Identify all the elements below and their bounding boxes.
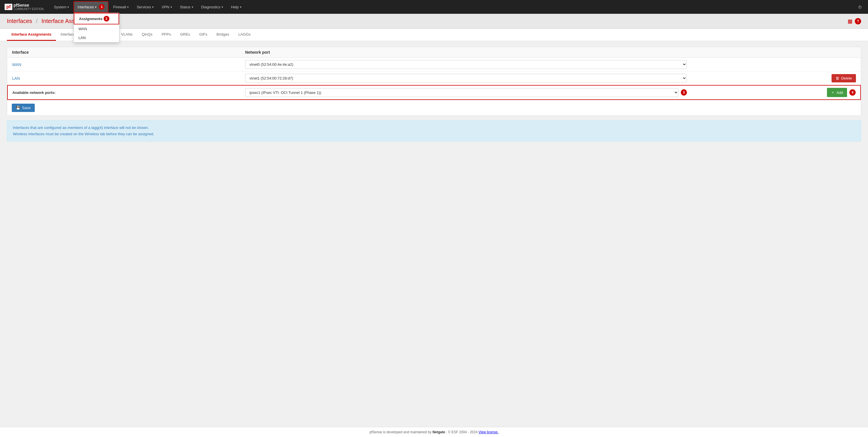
step-4-badge: 4 <box>849 89 856 96</box>
nav-item-status[interactable]: Status ▾ <box>177 3 197 11</box>
assignments-badge: 2 <box>104 16 110 22</box>
chevron-down-icon: ▾ <box>152 5 154 9</box>
available-label-cell: Available network ports: <box>7 85 241 100</box>
chart-icon[interactable]: ▩ <box>848 18 852 24</box>
tabs-container: Interface Assignments Interface Groups W… <box>0 29 868 41</box>
chevron-down-icon: ▾ <box>222 5 223 9</box>
nav-items: System ▾ Interfaces ▾ 1 Assignments 2 WA… <box>51 1 857 12</box>
dropdown-item-lan[interactable]: LAN <box>74 33 119 42</box>
dropdown-item-wan[interactable]: WAN <box>74 24 119 33</box>
nav-item-interfaces-container: Interfaces ▾ 1 Assignments 2 WAN LAN <box>73 1 108 12</box>
table-row: LAN vtnet0 (52:54:00:4e:4e:a2) vtnet1 (5… <box>7 71 861 86</box>
save-icon: 💾 <box>16 106 20 110</box>
chevron-down-icon: ▾ <box>95 5 96 9</box>
nav-right: ⎋ <box>857 4 863 10</box>
chevron-down-icon: ▾ <box>127 5 129 9</box>
info-box: Interfaces that are configured as member… <box>7 120 861 142</box>
plus-icon: ＋ <box>831 90 835 95</box>
tab-qinqs[interactable]: QinQs <box>137 29 157 41</box>
nav-item-system[interactable]: System ▾ <box>51 3 72 11</box>
help-icon[interactable]: ? <box>855 18 861 24</box>
wan-action-cell <box>691 58 861 71</box>
lan-action-cell: 🗑 Delete <box>691 71 861 86</box>
lan-interface-cell: LAN <box>7 71 241 86</box>
header-icons: ▩ ? <box>848 18 861 24</box>
available-port-cell: ipsec1 (IPsec VTI: OCI Tunnel 1 (Phase 1… <box>241 85 691 100</box>
nav-item-help[interactable]: Help ▾ <box>228 3 245 11</box>
available-action-cell: ＋ Add 4 <box>691 85 861 100</box>
available-port-wrapper: ipsec1 (IPsec VTI: OCI Tunnel 1 (Phase 1… <box>245 88 687 97</box>
nav-item-services[interactable]: Services ▾ <box>133 3 157 11</box>
save-row: 💾 Save <box>7 100 861 116</box>
assignments-table: Interface Network port WAN vtnet0 (52:54… <box>7 47 861 100</box>
page-header: Interfaces / Interface Assignments ▩ ? <box>0 14 868 29</box>
interfaces-badge: 1 <box>99 4 104 10</box>
tab-interface-assignments[interactable]: Interface Assignments <box>7 29 56 41</box>
breadcrumb-parent[interactable]: Interfaces <box>7 18 32 24</box>
nav-item-interfaces[interactable]: Interfaces ▾ 1 <box>73 1 108 12</box>
main-content: Interface Network port WAN vtnet0 (52:54… <box>0 41 868 147</box>
nav-item-firewall[interactable]: Firewall ▾ <box>110 3 132 11</box>
nav-item-vpn[interactable]: VPN ▾ <box>158 3 175 11</box>
chevron-down-icon: ▾ <box>240 5 241 9</box>
navbar: pf pfSense COMMUNITY EDITION System ▾ In… <box>0 0 868 14</box>
wan-interface-cell: WAN <box>7 58 241 71</box>
wan-link[interactable]: WAN <box>12 62 21 67</box>
brand: pf pfSense COMMUNITY EDITION <box>5 3 43 11</box>
tab-ppps[interactable]: PPPs <box>157 29 176 41</box>
brand-edition: COMMUNITY EDITION <box>13 7 43 11</box>
tab-gres[interactable]: GREs <box>175 29 195 41</box>
nav-item-diagnostics[interactable]: Diagnostics ▾ <box>198 3 226 11</box>
tab-vlans[interactable]: VLANs <box>117 29 137 41</box>
tab-laggs[interactable]: LAGGs <box>234 29 255 41</box>
tab-gifs[interactable]: GIFs <box>195 29 212 41</box>
logout-icon[interactable]: ⎋ <box>857 2 863 11</box>
wan-port-cell: vtnet0 (52:54:00:4e:4e:a2) vtnet1 (52:54… <box>241 58 691 71</box>
content-card: Interface Network port WAN vtnet0 (52:54… <box>7 47 861 116</box>
brand-logo: pf <box>5 4 12 10</box>
save-button[interactable]: 💾 Save <box>12 104 35 112</box>
info-message-2: Wireless interfaces must be created on t… <box>13 131 855 137</box>
chevron-down-icon: ▾ <box>67 5 69 9</box>
available-port-select[interactable]: ipsec1 (IPsec VTI: OCI Tunnel 1 (Phase 1… <box>245 88 679 97</box>
lan-port-cell: vtnet0 (52:54:00:4e:4e:a2) vtnet1 (52:54… <box>241 71 691 86</box>
trash-icon: 🗑 <box>836 76 839 81</box>
col-actions <box>691 47 861 58</box>
col-network-port: Network port <box>241 47 691 58</box>
lan-link[interactable]: LAN <box>12 76 20 81</box>
tab-bridges[interactable]: Bridges <box>212 29 234 41</box>
info-message-1: Interfaces that are configured as member… <box>13 125 855 131</box>
available-ports-row: Available network ports: ipsec1 (IPsec V… <box>7 85 861 100</box>
wan-port-select[interactable]: vtnet0 (52:54:00:4e:4e:a2) vtnet1 (52:54… <box>245 60 687 69</box>
available-label: Available network ports: <box>12 90 56 95</box>
delete-lan-button[interactable]: 🗑 Delete <box>832 74 856 83</box>
add-interface-button[interactable]: ＋ Add <box>827 88 847 97</box>
col-interface: Interface <box>7 47 241 58</box>
table-row: WAN vtnet0 (52:54:00:4e:4e:a2) vtnet1 (5… <box>7 58 861 71</box>
lan-port-select[interactable]: vtnet0 (52:54:00:4e:4e:a2) vtnet1 (52:54… <box>245 74 687 83</box>
chevron-down-icon: ▾ <box>192 5 193 9</box>
interfaces-dropdown: Assignments 2 WAN LAN <box>73 12 119 42</box>
brand-name: pfSense <box>13 3 43 7</box>
breadcrumb-separator: / <box>36 18 38 24</box>
dropdown-item-assignments[interactable]: Assignments 2 <box>74 13 119 24</box>
chevron-down-icon: ▾ <box>170 5 172 9</box>
step-3-badge: 3 <box>681 89 687 96</box>
